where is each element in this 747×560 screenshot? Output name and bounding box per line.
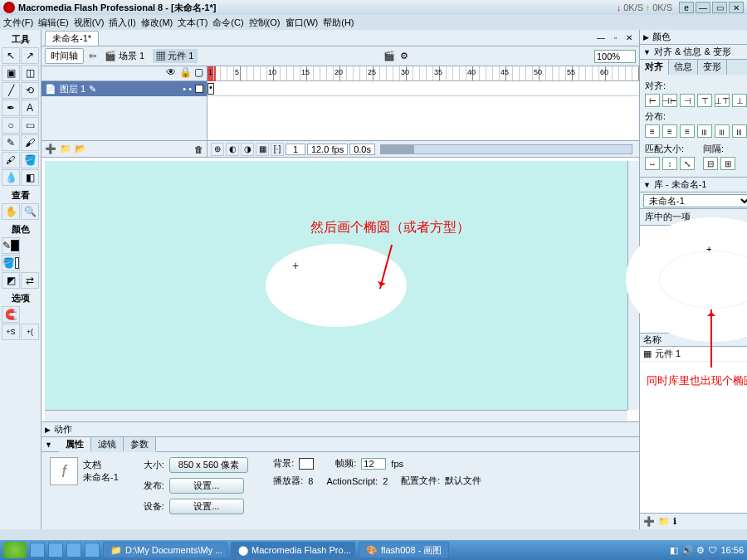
ink-bottle-tool[interactable]: 🖋 — [2, 152, 20, 168]
space-v-icon[interactable]: ⊟ — [703, 157, 718, 170]
taskbar-item[interactable]: 📁 D:\My Documents\My ... — [103, 542, 227, 558]
new-folder-icon[interactable]: 📁 — [658, 516, 670, 527]
dist-top-icon[interactable]: ≡ — [645, 124, 660, 138]
quicklaunch-icon[interactable] — [85, 543, 100, 558]
dist-bottom-icon[interactable]: ≡ — [680, 124, 695, 138]
menu-help[interactable]: 帮助(H) — [323, 17, 354, 29]
tab-info[interactable]: 信息 — [669, 60, 698, 75]
onion-outline-icon[interactable]: ◑ — [241, 143, 254, 156]
zoom-tool[interactable]: 🔍 — [21, 203, 39, 220]
tab-properties[interactable]: 属性 — [59, 437, 91, 451]
pen-tool[interactable]: ✒ — [2, 100, 20, 116]
menu-text[interactable]: 文本(T) — [178, 17, 208, 29]
properties-icon[interactable]: ℹ — [673, 516, 676, 527]
rectangle-tool[interactable]: ▭ — [21, 117, 39, 134]
menu-window[interactable]: 窗口(W) — [286, 17, 319, 29]
modify-onion-icon[interactable]: [·] — [271, 143, 284, 156]
brush-tool[interactable]: 🖌 — [21, 134, 39, 151]
add-layer-icon[interactable]: ➕ — [45, 144, 56, 154]
tab-filters[interactable]: 滤镜 — [91, 437, 124, 451]
layer-row[interactable]: 📄 图层 1 ✎ • • — [42, 81, 207, 96]
zoom-input[interactable] — [594, 50, 636, 63]
delete-layer-icon[interactable]: 🗑 — [194, 144, 203, 154]
publish-settings-button[interactable]: 设置... — [169, 478, 244, 494]
smooth-option[interactable]: +S — [2, 324, 20, 340]
library-panel-header[interactable]: ▼库 - 未命名-1 — [640, 178, 747, 192]
eraser-tool[interactable]: ◧ — [21, 169, 39, 186]
center-frame-icon[interactable]: ⊕ — [211, 143, 224, 156]
align-top-icon[interactable]: ⊤ — [697, 94, 712, 107]
edit-multiple-icon[interactable]: ▦ — [256, 143, 269, 156]
doc-window-controls[interactable]: — ▫ ✕ — [597, 33, 636, 42]
match-both-icon[interactable]: ⤡ — [680, 157, 695, 170]
gradient-transform-tool[interactable]: ◫ — [21, 65, 39, 81]
dist-right-icon[interactable]: ⫼ — [732, 124, 747, 138]
maximize-button[interactable]: ▭ — [712, 2, 727, 13]
menu-view[interactable]: 视图(V) — [74, 17, 105, 29]
actions-panel-header[interactable]: ▶ 动作 — [42, 422, 639, 437]
fps-input[interactable] — [361, 458, 386, 470]
menu-commands[interactable]: 命令(C) — [212, 17, 243, 29]
color-panel-header[interactable]: ▶颜色 — [640, 30, 747, 45]
frame-track[interactable] — [208, 81, 639, 96]
menu-edit[interactable]: 编辑(E) — [38, 17, 69, 29]
timeline-ruler[interactable]: 151015202530354045505560 — [208, 66, 639, 81]
snap-option[interactable]: 🧲 — [2, 306, 20, 323]
tab-parameters[interactable]: 参数 — [124, 437, 156, 451]
quicklaunch-icon[interactable] — [30, 543, 45, 558]
onion-skin-icon[interactable]: ◐ — [226, 143, 239, 156]
stroke-color[interactable]: ✎ — [2, 237, 20, 254]
tab-transform[interactable]: 变形 — [698, 60, 727, 75]
scene-crumb[interactable]: 🎬 场景 1 — [101, 49, 148, 63]
library-item[interactable]: ▦ 元件 1 影片剪 — [640, 347, 747, 362]
properties-panel-header[interactable]: ▼ 属性 滤镜 参数 — [42, 437, 639, 452]
align-right-icon[interactable]: ⊣ — [680, 94, 695, 107]
back-icon[interactable]: ⇦ — [89, 51, 96, 61]
stage[interactable]: + 然后画个椭圆（或者方型） — [45, 161, 627, 410]
stage-vscrollbar[interactable] — [627, 161, 639, 410]
align-bottom-icon[interactable]: ⊥ — [732, 94, 747, 107]
match-width-icon[interactable]: ↔ — [645, 157, 660, 170]
selection-tool[interactable]: ↖ — [2, 47, 20, 64]
library-select[interactable]: 未命名-1 — [643, 194, 747, 207]
align-panel-header[interactable]: ▼对齐 & 信息 & 变形 — [640, 45, 747, 60]
text-tool[interactable]: A — [21, 100, 39, 116]
subselection-tool[interactable]: ↗ — [21, 47, 39, 64]
fill-color[interactable]: 🪣 — [2, 255, 20, 271]
tab-align[interactable]: 对齐 — [640, 60, 669, 75]
space-h-icon[interactable]: ⊞ — [720, 157, 735, 170]
symbol-crumb[interactable]: ▦ 元件 1 — [153, 49, 197, 63]
tray-icon[interactable]: ◧ — [670, 545, 678, 556]
minimize-button[interactable]: — — [696, 2, 710, 13]
timeline-toggle-button[interactable]: 时间轴 — [45, 48, 84, 64]
taskbar-item-active[interactable]: ⬤ Macromedia Flash Pro... — [231, 542, 355, 558]
new-symbol-icon[interactable]: ➕ — [643, 516, 655, 527]
quicklaunch-icon[interactable] — [66, 543, 81, 558]
document-tab[interactable]: 未命名-1* — [45, 31, 99, 46]
line-tool[interactable]: ╱ — [2, 82, 20, 99]
eyedropper-tool[interactable]: 💧 — [2, 169, 20, 186]
ie-icon[interactable]: e — [679, 2, 694, 13]
bg-color-swatch[interactable] — [299, 458, 314, 470]
menu-control[interactable]: 控制(O) — [249, 17, 281, 29]
stage-hscrollbar[interactable] — [45, 410, 627, 421]
taskbar-item[interactable]: 🎨 flash008 - 画图 — [359, 542, 449, 558]
add-guide-icon[interactable]: 📁 — [60, 144, 71, 154]
keyframe[interactable] — [208, 83, 214, 95]
quicklaunch-icon[interactable] — [48, 543, 63, 558]
pencil-tool[interactable]: ✎ — [2, 134, 20, 151]
align-left-icon[interactable]: ⊢ — [645, 94, 660, 107]
oval-tool[interactable]: ○ — [2, 117, 20, 134]
lasso-tool[interactable]: ⟲ — [21, 82, 39, 99]
straighten-option[interactable]: +( — [21, 324, 39, 340]
col-name[interactable]: 名称 — [640, 334, 747, 346]
tray-icon[interactable]: 🔊 — [681, 545, 693, 556]
dist-vcenter-icon[interactable]: ≡ — [662, 124, 677, 138]
timeline-frames[interactable]: 151015202530354045505560 ⊕ ◐ ◑ ▦ [·] 1 1… — [208, 66, 639, 157]
dist-hcenter-icon[interactable]: ⫼ — [715, 124, 730, 138]
close-button[interactable]: ✕ — [729, 2, 744, 13]
size-button[interactable]: 850 x 560 像素 — [169, 457, 248, 473]
tray-icon[interactable]: ⚙ — [696, 545, 705, 556]
drawn-ellipse[interactable]: + — [266, 244, 407, 327]
swap-colors-icon[interactable]: ⇄ — [21, 272, 39, 289]
